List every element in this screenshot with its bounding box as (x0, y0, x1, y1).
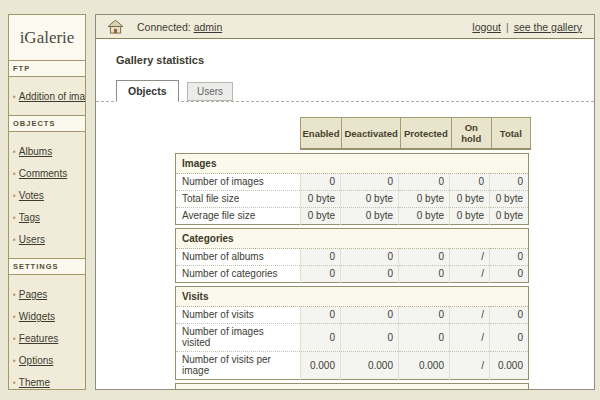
topbar: Connected: admin logout | see the galler… (96, 15, 594, 39)
column-header-protected: Protected (400, 118, 451, 150)
sidebar-section-title-objects: OBJECTS (9, 115, 85, 132)
row-label-total-file-size: Total file size (176, 191, 301, 208)
sidebar-item-albums[interactable]: ▪Albums (12, 139, 82, 161)
section-title-visits: Visits (176, 287, 529, 307)
stats-row-number-of-visits-per-image: Number of visits per image0.0000.0000.00… (176, 352, 529, 380)
sidebar-item-comments[interactable]: ▪Comments (12, 161, 82, 183)
content-area: Gallery statistics Objects Users Enabled… (96, 39, 594, 390)
tab-bar: Objects Users (96, 80, 594, 102)
row-value: 0 (301, 266, 341, 283)
row-value: / (450, 307, 490, 324)
sidebar-section-title-settings: SETTINGS (9, 258, 85, 275)
sidebar-link-albums[interactable]: Albums (19, 146, 52, 157)
sidebar-link-comments[interactable]: Comments (19, 168, 67, 179)
column-header-on-hold: On hold (451, 118, 491, 150)
sidebar-item-widgets[interactable]: ▪Widgets (12, 304, 82, 326)
row-label-number-of-visits: Number of visits (176, 307, 301, 324)
connected-label: Connected: (137, 21, 191, 33)
sidebar-item-pages[interactable]: ▪Pages (12, 282, 82, 304)
column-header-deactivated: Deactivated (342, 118, 400, 150)
row-value: 0 byte (341, 208, 399, 225)
section-title-row-categories: Categories (176, 229, 529, 249)
stats-row-number-of-albums: Number of albums000/0 (176, 249, 529, 266)
sidebar-item-options[interactable]: ▪Options (12, 348, 82, 370)
row-value: 0 byte (450, 191, 490, 208)
page-title: Gallery statistics (116, 54, 584, 66)
row-value: 0 (399, 174, 450, 191)
stats-row-number-of-categories: Number of categories000/0 (176, 266, 529, 283)
sidebar-link-tags[interactable]: Tags (19, 212, 40, 223)
row-value: 0 (399, 307, 450, 324)
bullet-icon: ▪ (13, 356, 16, 365)
row-value: 0 (490, 307, 529, 324)
sidebar-link-options[interactable]: Options (19, 355, 53, 366)
bullet-icon: ▪ (13, 213, 16, 222)
stats-row-number-of-images: Number of images00000 (176, 174, 529, 191)
row-value: / (450, 324, 490, 352)
row-value: 0 (301, 174, 341, 191)
row-value: / (450, 249, 490, 266)
tab-objects[interactable]: Objects (116, 80, 179, 102)
sidebar-item-addition-of-images[interactable]: ▪Addition of images (12, 84, 82, 106)
sidebar-section-list-ftp: ▪Addition of images (9, 77, 85, 115)
row-label-number-of-categories: Number of categories (176, 266, 301, 283)
sidebar-link-votes[interactable]: Votes (19, 190, 44, 201)
sidebar-item-tags[interactable]: ▪Tags (12, 205, 82, 227)
sidebar-link-theme[interactable]: Theme (19, 377, 50, 388)
stats-row-average-file-size: Average file size0 byte0 byte0 byte0 byt… (176, 208, 529, 225)
sidebar-section-list-settings: ▪Pages▪Widgets▪Features▪Options▪Theme▪Ma… (9, 275, 85, 390)
row-value: 0 (341, 266, 399, 283)
home-icon[interactable] (108, 20, 123, 34)
row-value: 0 (399, 249, 450, 266)
row-value: 0 byte (490, 191, 529, 208)
sidebar-link-widgets[interactable]: Widgets (19, 311, 55, 322)
row-value: 0 byte (450, 208, 490, 225)
row-value: 0 (301, 307, 341, 324)
stats-section-comments: CommentsNumber of comments00000Number of… (175, 383, 529, 390)
stats-tables: EnabledDeactivatedProtectedOn holdTotalI… (175, 117, 584, 390)
section-title-comments: Comments (176, 384, 529, 391)
row-value: 0 (399, 266, 450, 283)
logout-link[interactable]: logout (472, 21, 501, 33)
column-header-total: Total (491, 118, 530, 150)
row-value: 0 byte (341, 191, 399, 208)
row-label-number-of-images-visited: Number of images visited (176, 324, 301, 352)
bullet-icon: ▪ (13, 334, 16, 343)
bullet-icon: ▪ (13, 191, 16, 200)
section-title-images: Images (176, 154, 529, 174)
sidebar-item-theme[interactable]: ▪Theme (12, 370, 82, 390)
sidebar-section-title-ftp: FTP (9, 60, 85, 77)
section-title-row-visits: Visits (176, 287, 529, 307)
tab-users[interactable]: Users (187, 82, 233, 101)
bullet-icon: ▪ (13, 92, 16, 101)
app-logo: iGalerie (9, 15, 85, 60)
row-value: 0.000 (399, 352, 450, 380)
sidebar-link-addition-of-images[interactable]: Addition of images (19, 91, 86, 102)
row-value: 0 (301, 249, 341, 266)
sidebar-item-votes[interactable]: ▪Votes (12, 183, 82, 205)
header-blank-cell (175, 118, 300, 150)
sidebar-section-list-objects: ▪Albums▪Comments▪Votes▪Tags▪Users (9, 132, 85, 258)
sidebar-item-users[interactable]: ▪Users (12, 227, 82, 249)
stats-row-number-of-visits: Number of visits000/0 (176, 307, 529, 324)
connected-user-link[interactable]: admin (194, 21, 223, 33)
row-label-number-of-albums: Number of albums (176, 249, 301, 266)
sidebar: iGalerie FTP▪Addition of imagesOBJECTS▪A… (8, 14, 86, 390)
row-value: 0.000 (341, 352, 399, 380)
see-gallery-link[interactable]: see the gallery (514, 21, 582, 33)
stats-table-header: EnabledDeactivatedProtectedOn holdTotal (175, 117, 531, 150)
stats-section-images: ImagesNumber of images00000Total file si… (175, 153, 529, 225)
row-value: 0 (341, 249, 399, 266)
sidebar-item-features[interactable]: ▪Features (12, 326, 82, 348)
row-value: 0 byte (490, 208, 529, 225)
sidebar-link-features[interactable]: Features (19, 333, 58, 344)
row-value: 0 byte (399, 208, 450, 225)
row-value: 0 byte (301, 191, 341, 208)
sidebar-link-pages[interactable]: Pages (19, 289, 47, 300)
sidebar-link-users[interactable]: Users (19, 234, 45, 245)
row-value: 0 (490, 174, 529, 191)
column-header-enabled: Enabled (300, 118, 342, 150)
row-value: 0 (490, 249, 529, 266)
row-value: / (450, 352, 490, 380)
row-value: 0 (490, 324, 529, 352)
